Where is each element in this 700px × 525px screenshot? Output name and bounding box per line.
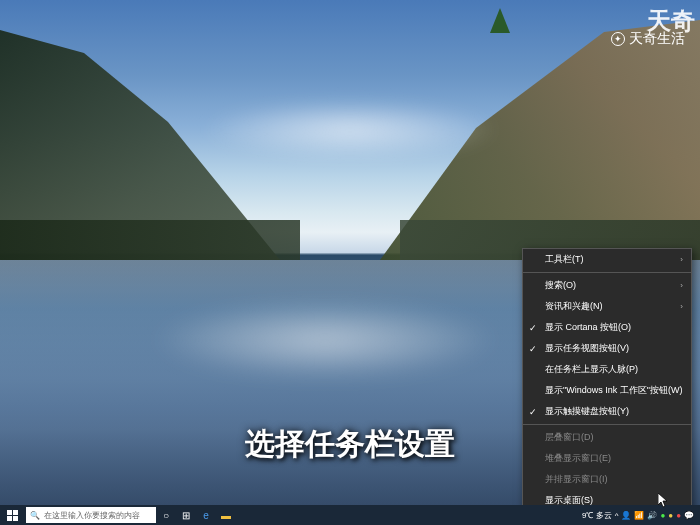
chevron-right-icon: › xyxy=(680,302,683,311)
tray-app-icon[interactable]: ● xyxy=(660,511,665,520)
menu-show-desktop[interactable]: 显示桌面(S) xyxy=(523,490,691,505)
wallpaper-decoration xyxy=(150,300,500,380)
tray-people-icon[interactable]: 👤 xyxy=(621,511,631,520)
menu-people[interactable]: 在任务栏上显示人脉(P) xyxy=(523,359,691,380)
desktop-wallpaper: 天奇 ✦ 天奇生活 选择任务栏设置 工具栏(T)› 搜索(O)› 资讯和兴趣(N… xyxy=(0,0,700,505)
tray-chevron-icon[interactable]: ^ xyxy=(615,511,619,520)
menu-stack[interactable]: 堆叠显示窗口(E) xyxy=(523,448,691,469)
chevron-right-icon: › xyxy=(680,281,683,290)
wallpaper-decoration xyxy=(0,220,300,260)
chevron-right-icon: › xyxy=(680,255,683,264)
tree-ornament-icon xyxy=(490,8,510,33)
search-input[interactable]: 🔍 在这里输入你要搜索的内容 xyxy=(26,507,156,523)
menu-cortana-button[interactable]: ✓显示 Cortana 按钮(O) xyxy=(523,317,691,338)
taskbar[interactable]: 🔍 在这里输入你要搜索的内容 ○ ⊞ e ▬ 9℃ 多云 ^ 👤 📶 🔊 ● ●… xyxy=(0,505,700,525)
check-icon: ✓ xyxy=(529,344,537,354)
check-icon: ✓ xyxy=(529,407,537,417)
cortana-icon[interactable]: ○ xyxy=(156,505,176,525)
taskbar-context-menu: 工具栏(T)› 搜索(O)› 资讯和兴趣(N)› ✓显示 Cortana 按钮(… xyxy=(522,248,692,505)
tutorial-subtitle: 选择任务栏设置 xyxy=(245,424,455,465)
watermark-text: 天奇生活 xyxy=(629,30,685,48)
start-button[interactable] xyxy=(0,505,24,525)
menu-windows-ink[interactable]: 显示"Windows Ink 工作区"按钮(W) xyxy=(523,380,691,401)
wallpaper-decoration xyxy=(200,100,500,160)
menu-cascade[interactable]: 层叠窗口(D) xyxy=(523,427,691,448)
menu-task-view[interactable]: ✓显示任务视图按钮(V) xyxy=(523,338,691,359)
tray-app-icon[interactable]: ● xyxy=(668,511,673,520)
menu-touch-keyboard[interactable]: ✓显示触摸键盘按钮(Y) xyxy=(523,401,691,422)
search-placeholder: 在这里输入你要搜索的内容 xyxy=(44,510,140,521)
system-tray[interactable]: 9℃ 多云 ^ 👤 📶 🔊 ● ● ● 💬 xyxy=(582,510,700,521)
weather-widget[interactable]: 9℃ 多云 xyxy=(582,510,612,521)
tray-volume-icon[interactable]: 🔊 xyxy=(647,511,657,520)
search-icon: 🔍 xyxy=(30,511,40,520)
edge-icon[interactable]: e xyxy=(196,505,216,525)
menu-news-interests[interactable]: 资讯和兴趣(N)› xyxy=(523,296,691,317)
tray-app-icon[interactable]: ● xyxy=(676,511,681,520)
menu-separator xyxy=(523,272,691,273)
explorer-icon[interactable]: ▬ xyxy=(216,505,236,525)
menu-search[interactable]: 搜索(O)› xyxy=(523,275,691,296)
menu-separator xyxy=(523,424,691,425)
check-icon: ✓ xyxy=(529,323,537,333)
menu-side-by-side[interactable]: 并排显示窗口(I) xyxy=(523,469,691,490)
watermark-brand: ✦ 天奇生活 xyxy=(611,30,685,48)
menu-toolbars[interactable]: 工具栏(T)› xyxy=(523,249,691,270)
globe-icon: ✦ xyxy=(611,32,625,46)
app-icon[interactable] xyxy=(236,505,326,525)
task-view-icon[interactable]: ⊞ xyxy=(176,505,196,525)
tray-network-icon[interactable]: 📶 xyxy=(634,511,644,520)
windows-icon xyxy=(7,510,18,521)
tray-notification-icon[interactable]: 💬 xyxy=(684,511,694,520)
